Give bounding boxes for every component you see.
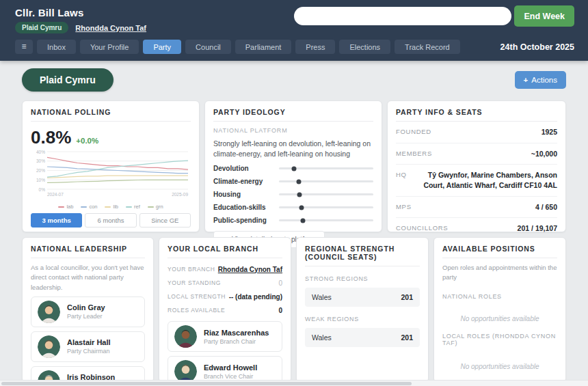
range-button-since-ge[interactable]: Since GE: [139, 213, 191, 228]
legend-label: ref: [134, 204, 140, 210]
avatar: [38, 335, 60, 358]
info-label: MPS: [396, 202, 412, 210]
polling-change: +0.0%: [76, 137, 98, 145]
slider-track[interactable]: [279, 219, 373, 221]
person-name: Riaz Mascarenhas: [204, 329, 269, 337]
range-selector: 3 months6 monthsSince GE: [31, 213, 191, 228]
slider-handle[interactable]: [300, 218, 305, 223]
nav-item-track-record[interactable]: Track Record: [395, 40, 460, 54]
avatar: [174, 325, 197, 348]
game-date: 24th October 2025: [500, 42, 574, 52]
legend-swatch: [148, 206, 154, 208]
panel-title: NATIONAL LEADERSHIP: [31, 245, 145, 258]
panel-title: PARTY IDEOLOGY: [213, 108, 373, 122]
range-button-6-months[interactable]: 6 months: [85, 213, 136, 228]
end-week-button[interactable]: End Week: [514, 5, 574, 27]
svg-text:2025-09: 2025-09: [172, 192, 188, 197]
ideology-slider-housing: Housing: [213, 191, 373, 198]
person-name: Edward Howell: [204, 363, 257, 372]
legend-swatch: [105, 206, 111, 208]
local-branch-panel: YOUR LOCAL BRANCH YOUR BRANCHRhondda Cyn…: [159, 237, 291, 383]
region-name: Wales: [312, 333, 332, 342]
search-input[interactable]: [294, 7, 511, 25]
weak-regions-label: WEAK REGIONS: [305, 316, 420, 322]
constituency-link[interactable]: Rhondda Cynon Taf: [75, 24, 146, 32]
person-text: Alastair HallParty Chairman: [67, 338, 111, 355]
scrollbar-thumb[interactable]: [1, 382, 412, 385]
legend-swatch: [126, 206, 132, 208]
slider-track[interactable]: [279, 180, 373, 182]
person-role: Branch Vice Chair: [204, 373, 257, 380]
available-positions-panel: AVAILABLE POSITIONS Open roles and appoi…: [433, 237, 566, 383]
nav-item-inbox[interactable]: Inbox: [37, 40, 76, 54]
nav-item-press[interactable]: Press: [295, 40, 335, 54]
ideology-slider-education-skills: Education-skills: [213, 204, 373, 211]
legend-label: con: [89, 204, 97, 210]
slider-track[interactable]: [279, 206, 373, 208]
slider-handle[interactable]: [292, 166, 297, 171]
ideology-slider-public-spending: Public-spending: [213, 217, 373, 224]
range-button-3-months[interactable]: 3 months: [31, 213, 82, 228]
national-roles-label: NATIONAL ROLES: [442, 293, 557, 300]
slider-track[interactable]: [279, 167, 373, 169]
info-value: Tŷ Gwynfor, Marine Chambers, Anson Court…: [416, 170, 557, 190]
info-row-councillors: COUNCILLORS201 / 19,107: [396, 218, 557, 239]
stat-label: YOUR STANDING: [168, 279, 221, 286]
person-card-riaz-mascarenhas[interactable]: Riaz MascarenhasParty Branch Chair: [168, 321, 282, 352]
nav-item-council[interactable]: Council: [185, 40, 231, 54]
person-card-alastair-hall[interactable]: Alastair HallParty Chairman: [31, 331, 145, 362]
top-bar: Cllr. Bill Laws Plaid Cymru Rhondda Cyno…: [0, 0, 588, 61]
national-platform-label: NATIONAL PLATFORM: [213, 127, 373, 134]
info-value: 4 / 650: [535, 202, 557, 212]
slider-handle[interactable]: [299, 205, 304, 210]
person-role: Party Branch Chair: [204, 338, 269, 345]
region-seats: 201: [401, 293, 413, 301]
stat-label: ROLES AVAILABLE: [168, 307, 225, 314]
legend-swatch: [81, 206, 87, 208]
person-role: Party Leader: [67, 313, 105, 320]
national-polling-panel: NATIONAL POLLING 0.8% +0.0% 0%10%20%30%4…: [22, 100, 200, 232]
svg-text:40%: 40%: [36, 150, 45, 154]
user-block: Cllr. Bill Laws Plaid Cymru Rhondda Cyno…: [15, 5, 294, 33]
legend-label: lab: [66, 204, 73, 210]
info-label: FOUNDED: [396, 127, 431, 135]
national-roles-empty: No opportunities available: [442, 315, 557, 322]
person-card-colin-gray[interactable]: Colin GrayParty Leader: [31, 297, 145, 327]
slider-track[interactable]: [279, 193, 373, 195]
slider-handle[interactable]: [296, 179, 301, 184]
legend-item-con: con: [81, 204, 97, 210]
party-ideology-panel: PARTY IDEOLOGY NATIONAL PLATFORM Strongl…: [204, 100, 382, 232]
slider-label: Education-skills: [213, 204, 279, 211]
legend-item-lab: lab: [58, 204, 73, 210]
person-text: Riaz MascarenhasParty Branch Chair: [204, 329, 269, 345]
nav-item-your-profile[interactable]: Your Profile: [80, 40, 139, 54]
chart-legend: labconlibrefgrn: [31, 204, 191, 210]
regional-strength-panel: REGIONAL STRENGTH (COUNCIL SEATS) STRONG…: [296, 237, 429, 383]
branch-link[interactable]: Rhondda Cynon Taf: [218, 266, 282, 273]
horizontal-scrollbar[interactable]: [0, 380, 588, 386]
person-name: Colin Gray: [67, 303, 105, 312]
svg-text:10%: 10%: [36, 178, 45, 182]
nav-item-party[interactable]: Party: [143, 40, 181, 54]
actions-button[interactable]: +Actions: [515, 71, 566, 89]
panel-title: REGIONAL STRENGTH (COUNCIL SEATS): [305, 245, 420, 266]
slider-label: Climate-energy: [213, 178, 279, 185]
legend-item-lib: lib: [105, 204, 118, 210]
panel-title: NATIONAL POLLING: [31, 108, 191, 122]
branch-stat-your-branch: YOUR BRANCHRhondda Cynon Taf: [168, 262, 282, 276]
panel-title: AVAILABLE POSITIONS: [442, 245, 557, 258]
legend-label: grn: [156, 204, 163, 210]
positions-subtitle: Open roles and appointments within the p…: [442, 263, 557, 283]
legend-item-ref: ref: [126, 204, 140, 210]
nav-item-elections[interactable]: Elections: [339, 40, 390, 54]
hamburger-menu-icon[interactable]: ≡: [15, 40, 33, 54]
slider-label: Devolution: [213, 165, 279, 172]
nav-item-parliament[interactable]: Parliament: [235, 40, 292, 54]
party-membership-badge: Plaid Cymru: [15, 22, 68, 33]
legend-label: lib: [113, 204, 118, 210]
local-roles-label: LOCAL ROLES (RHONDDA CYNON TAF): [442, 333, 557, 346]
polling-line-chart: 0%10%20%30%40%2024-072025-09: [31, 148, 191, 203]
party-name-pill[interactable]: Plaid Cymru: [22, 68, 113, 92]
info-label: COUNCILLORS: [396, 223, 448, 232]
slider-handle[interactable]: [297, 192, 302, 197]
